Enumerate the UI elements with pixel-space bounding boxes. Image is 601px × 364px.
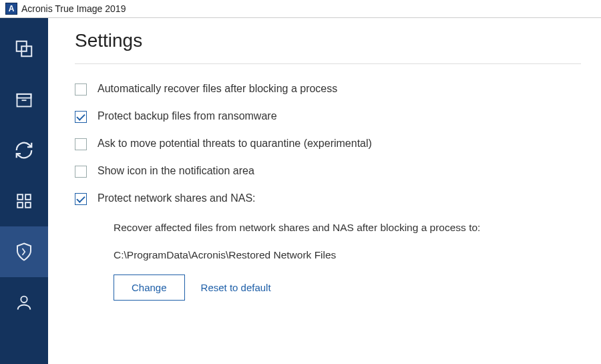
option-protect-backup: Protect backup files from ransomware [75, 110, 601, 123]
option-quarantine: Ask to move potential threats to quarant… [75, 138, 601, 150]
sidebar-item-account[interactable] [0, 277, 48, 328]
sidebar-item-protection[interactable] [0, 226, 48, 277]
user-icon [15, 293, 33, 312]
option-label: Protect network shares and NAS: [97, 192, 256, 204]
option-auto-recover: Automatically recover files after blocki… [75, 83, 601, 96]
option-label: Protect backup files from ransomware [97, 110, 277, 122]
sidebar [0, 18, 48, 364]
option-protect-nas: Protect network shares and NAS: [75, 192, 601, 205]
svg-point-9 [21, 297, 27, 303]
sidebar-item-archive[interactable] [0, 74, 48, 125]
sidebar-item-tools[interactable] [0, 176, 48, 226]
nas-description: Recover affected files from network shar… [114, 220, 601, 236]
change-button[interactable]: Change [114, 275, 185, 301]
svg-rect-6 [25, 194, 31, 200]
svg-rect-5 [17, 194, 23, 200]
reset-link[interactable]: Reset to default [201, 282, 271, 293]
grid-icon [15, 192, 33, 210]
option-label: Automatically recover files after blocki… [97, 83, 337, 95]
checkbox-quarantine[interactable] [75, 138, 87, 150]
checkbox-protect-backup[interactable] [75, 111, 87, 123]
option-tray-icon: Show icon in the notification area [75, 165, 601, 178]
svg-rect-7 [17, 202, 23, 208]
sidebar-item-backup[interactable] [0, 23, 48, 74]
checkbox-auto-recover[interactable] [75, 83, 87, 96]
page-title: Settings [75, 30, 581, 64]
app-title: Acronis True Image 2019 [21, 3, 126, 14]
checkbox-tray-icon[interactable] [75, 166, 87, 178]
settings-options: Automatically recover files after blocki… [75, 83, 601, 301]
main-panel: Settings Automatically recover files aft… [48, 18, 601, 364]
svg-rect-8 [25, 202, 31, 208]
title-bar: A Acronis True Image 2019 [0, 0, 601, 18]
sync-icon [14, 140, 34, 160]
nas-actions: Change Reset to default [114, 275, 601, 301]
app-logo-icon: A [5, 3, 17, 15]
copy-icon [14, 39, 34, 59]
archive-icon [15, 90, 33, 109]
checkbox-protect-nas[interactable] [75, 193, 87, 205]
shield-icon [14, 242, 34, 262]
sidebar-item-sync[interactable] [0, 125, 48, 176]
nas-path: C:\ProgramData\Acronis\Restored Network … [114, 247, 601, 264]
option-label: Show icon in the notification area [97, 165, 254, 177]
option-label: Ask to move potential threats to quarant… [97, 138, 372, 150]
